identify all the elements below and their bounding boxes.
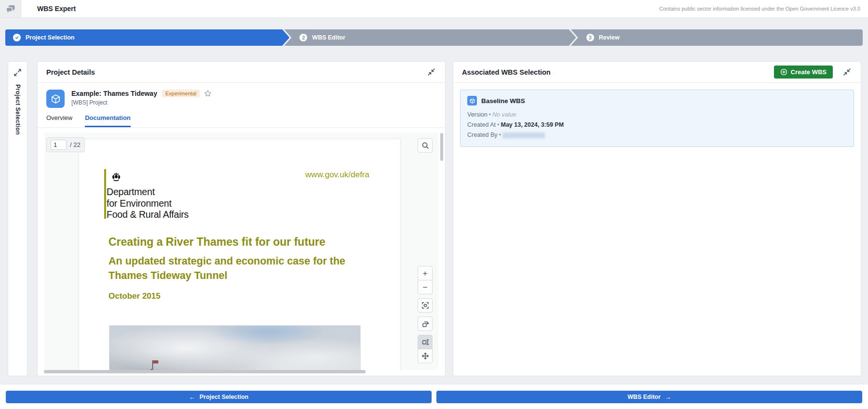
redacted-value (502, 132, 545, 138)
wbs-name: Baseline WBS (481, 97, 525, 105)
pdf-tool-stack: + − (418, 266, 433, 363)
text-select-icon (421, 338, 429, 346)
expand-icon[interactable] (14, 68, 22, 77)
step-wbs-editor[interactable]: 2 WBS Editor (284, 29, 576, 46)
tab-overview[interactable]: Overview (46, 114, 72, 127)
horizontal-scrollbar[interactable] (44, 370, 366, 373)
pdf-page: Department for Environment Food & Rural … (79, 139, 401, 370)
project-details-panel: Project Details Example: Thames Tideway … (37, 61, 446, 376)
next-wbs-editor-button[interactable]: WBS Editor → (436, 391, 862, 403)
collapse-panel-button[interactable] (426, 67, 436, 77)
wbs-field-version: Version•No value (467, 110, 847, 120)
rail-label: Project Selection (14, 84, 21, 135)
wbs-cube-icon (467, 96, 477, 106)
westminster-spires (129, 355, 187, 370)
defra-org-name: Department for Environment Food & Rural … (107, 186, 189, 221)
arrow-left-icon: ← (189, 393, 196, 401)
plus-circle-icon (780, 68, 787, 76)
license-text: Contains public sector information licen… (659, 6, 868, 12)
pan-tool-button[interactable] (418, 349, 433, 363)
page-count: / 22 (70, 141, 81, 148)
wbs-card-baseline[interactable]: Baseline WBS Version•No value Created At… (460, 90, 854, 147)
pdf-search-button[interactable] (418, 138, 433, 153)
fit-view-icon (421, 302, 429, 309)
step-label: Review (599, 34, 620, 41)
favorite-star-icon[interactable] (204, 90, 212, 97)
rotate-icon (421, 320, 429, 328)
wbs-list: Baseline WBS Version•No value Created At… (453, 83, 861, 154)
search-icon (421, 142, 429, 149)
page-number-widget: / 22 (46, 137, 85, 152)
project-details-header: Project Details (38, 62, 445, 83)
arrow-right-icon: → (665, 393, 671, 401)
document-date: October 2015 (108, 291, 161, 301)
project-summary-row: Example: Thames Tideway Experimental [WB… (46, 90, 436, 108)
document-subtitle: An updated strategic and economic case f… (108, 254, 352, 283)
rotate-button[interactable] (418, 317, 433, 331)
project-type: [WBS] Project (71, 99, 212, 106)
app-title: WBS Expert (37, 5, 76, 13)
step-label: WBS Editor (312, 34, 345, 41)
cover-photo (109, 325, 361, 370)
collapse-icon (843, 68, 851, 76)
top-bar: WBS Expert Contains public sector inform… (0, 0, 868, 18)
pdf-viewer: / 22 + − (44, 132, 438, 370)
step-label: Project Selection (26, 34, 74, 41)
royal-crest-icon (110, 171, 122, 183)
zoom-in-button[interactable]: + (418, 266, 433, 280)
defra-logo-bar (104, 169, 106, 219)
create-wbs-button[interactable]: Create WBS (774, 66, 833, 79)
project-name: Example: Thames Tideway (71, 90, 157, 97)
step-project-selection[interactable]: Project Selection (5, 29, 289, 46)
back-project-selection-button[interactable]: ← Project Selection (6, 391, 432, 403)
wbs-field-created-by: Created By• (467, 130, 847, 140)
project-tabs: Overview Documentation (38, 114, 445, 128)
chat-bubbles-icon (5, 4, 15, 13)
collapsed-panel-project-selection[interactable]: Project Selection (8, 61, 27, 376)
step-number-badge: 2 (299, 34, 307, 41)
fit-to-view-button[interactable] (418, 298, 433, 313)
footer-nav: ← Project Selection WBS Editor → (0, 384, 868, 409)
wizard-stepper: Project Selection 2 WBS Editor 3 Review (5, 29, 863, 46)
associated-wbs-header: Associated WBS Selection Create WBS (453, 62, 861, 83)
document-title: Creating a River Thames fit for our futu… (108, 236, 326, 249)
tab-documentation[interactable]: Documentation (85, 114, 131, 127)
pan-icon (421, 352, 429, 360)
step-check-icon (13, 34, 21, 41)
step-review[interactable]: 3 Review (571, 29, 863, 46)
panel-title: Associated WBS Selection (462, 68, 551, 76)
associated-wbs-panel: Associated WBS Selection Create WBS (453, 61, 861, 376)
zoom-out-button[interactable]: − (418, 280, 433, 294)
collapse-icon (427, 68, 435, 76)
wbs-field-created-at: Created At•May 13, 2024, 3:59 PM (467, 120, 847, 130)
vertical-scrollbar[interactable] (440, 133, 443, 161)
panel-title: Project Details (46, 68, 95, 76)
defra-website: www.gov.uk/defra (305, 170, 369, 180)
step-number-badge: 3 (586, 34, 594, 41)
text-select-tool-button[interactable] (418, 335, 433, 349)
collapse-panel-button[interactable] (842, 67, 852, 77)
project-cube-icon (46, 90, 65, 108)
experimental-badge: Experimental (162, 90, 200, 97)
app-menu-button[interactable] (0, 0, 21, 17)
page-number-input[interactable] (51, 140, 67, 150)
